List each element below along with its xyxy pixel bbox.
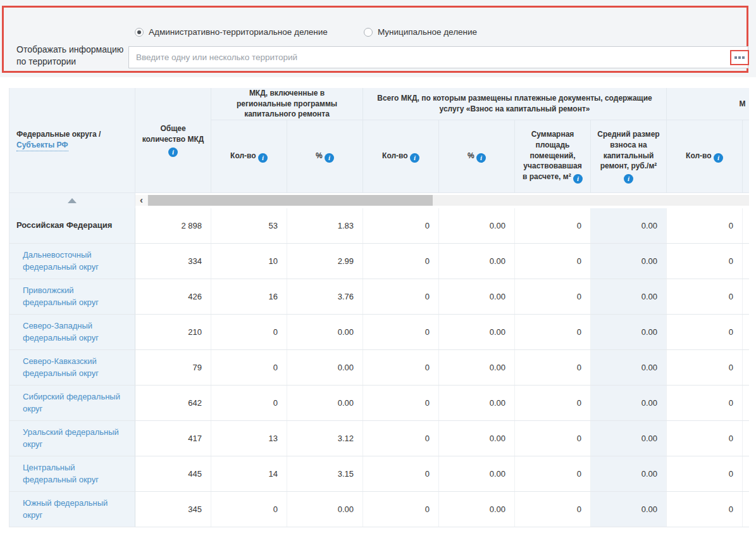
cell-total-area: 0	[515, 421, 591, 456]
cell-partial	[743, 386, 749, 420]
info-icon[interactable]: i	[410, 153, 419, 163]
radio-administrative-division[interactable]: Административно-территориальное деление	[135, 27, 328, 37]
column-header-total-area: Суммарная площадь помещений, участвовавш…	[515, 120, 591, 193]
territory-link[interactable]: Приволжский федеральный округ	[23, 285, 128, 309]
table-body: Российская Федерация 2 898 53 1.83 0 0.0…	[9, 208, 749, 527]
territory-table: Федеральные округа / Субъекты РФ Общее к…	[9, 88, 749, 527]
territory-cell: Российская Федерация	[9, 208, 135, 243]
territory-link[interactable]: Сибирский федеральный округ	[23, 391, 128, 415]
cell-total-area: 0	[515, 279, 591, 314]
territory-link[interactable]: Центральный федеральный округ	[23, 462, 128, 486]
territory-link[interactable]: Северо-Кавказский федеральный округ	[23, 356, 128, 380]
territory-picker-button[interactable]	[730, 50, 749, 65]
cell-total-area: 0	[515, 208, 591, 243]
column-header-territory: Федеральные округа / Субъекты РФ	[9, 88, 135, 193]
radio-administrative-label: Административно-территориальное деление	[149, 27, 328, 37]
territory-link[interactable]: Уральский федеральный округ	[23, 427, 128, 451]
cell-qty-3: 0	[667, 315, 743, 349]
territory-cell: Южный федеральный округ	[9, 492, 135, 527]
cell-pct-regional: 0.00	[287, 315, 363, 349]
cell-total-mkd: 642	[135, 386, 211, 420]
cell-total-area: 0	[515, 244, 591, 279]
cell-avg-contribution: 0.00	[591, 208, 667, 243]
info-icon[interactable]: i	[714, 153, 723, 163]
radio-municipal-division[interactable]: Муниципальное деление	[364, 27, 477, 37]
cell-qty-regional: 13	[211, 421, 287, 456]
table-row: Центральный федеральный округ 445 14 3.1…	[9, 456, 749, 492]
cell-qty-payment: 0	[363, 386, 439, 420]
cell-pct-payment: 0.00	[439, 279, 515, 314]
cell-pct-regional: 0.00	[287, 350, 363, 385]
cell-total-mkd: 426	[135, 279, 211, 314]
cell-qty-payment: 0	[363, 492, 439, 527]
cell-partial	[743, 208, 749, 243]
cell-qty-3: 0	[667, 208, 743, 243]
cell-pct-payment: 0.00	[439, 315, 515, 349]
cell-partial	[743, 492, 749, 527]
column-header-qty-1: Кол-во i	[211, 120, 287, 193]
cell-qty-regional: 0	[211, 350, 287, 385]
horizontal-scrollbar[interactable]	[135, 193, 749, 208]
cell-pct-payment: 0.00	[439, 244, 515, 279]
radio-unselected-icon[interactable]	[364, 28, 373, 37]
cell-avg-contribution: 0.00	[591, 492, 667, 527]
cell-pct-regional: 2.99	[287, 244, 363, 279]
territory-header-text: Федеральные округа /	[16, 129, 101, 140]
cell-qty-3: 0	[667, 350, 743, 385]
territory-cell: Дальневосточный федеральный округ	[9, 244, 135, 279]
table-row: Северо-Кавказский федеральный округ 79 0…	[9, 350, 749, 386]
scroll-left-icon[interactable]	[135, 195, 147, 206]
cell-total-mkd: 210	[135, 315, 211, 349]
cell-pct-payment: 0.00	[439, 421, 515, 456]
info-icon[interactable]: i	[168, 147, 178, 157]
cell-qty-regional: 0	[211, 315, 287, 349]
cell-partial	[743, 421, 749, 456]
column-header-partial	[743, 120, 749, 193]
sort-row	[9, 193, 135, 208]
radio-municipal-label: Муниципальное деление	[378, 27, 477, 37]
territory-cell: Приволжский федеральный округ	[9, 279, 135, 314]
territory-search-input[interactable]	[128, 46, 748, 68]
scrollbar-track[interactable]	[135, 195, 749, 206]
territory-link[interactable]: Южный федеральный округ	[23, 498, 128, 522]
table-row: Уральский федеральный округ 417 13 3.12 …	[9, 421, 749, 456]
info-icon[interactable]: i	[258, 153, 268, 163]
table-header: Федеральные округа / Субъекты РФ Общее к…	[9, 88, 749, 208]
territory-link[interactable]: Дальневосточный федеральный округ	[23, 249, 128, 273]
info-icon[interactable]: i	[573, 174, 583, 184]
group-header-truncated: М	[667, 88, 749, 120]
cell-pct-payment: 0.00	[439, 208, 515, 243]
cell-pct-payment: 0.00	[439, 386, 515, 420]
cell-qty-payment: 0	[363, 456, 439, 491]
cell-total-mkd: 445	[135, 456, 211, 491]
cell-partial	[743, 350, 749, 385]
sort-asc-icon[interactable]	[68, 198, 77, 203]
pct-header-text: %	[316, 151, 323, 160]
avg-header-text: Средний размер взноса на капитальный рем…	[597, 130, 659, 170]
info-icon[interactable]: i	[325, 153, 334, 163]
table-row: Дальневосточный федеральный округ 334 10…	[9, 244, 749, 279]
column-header-pct-2: % i	[439, 120, 515, 193]
cell-avg-contribution: 0.00	[591, 421, 667, 456]
column-header-total-mkd: Общее количество МКД i	[135, 88, 211, 193]
subjects-rf-link[interactable]: Субъекты РФ	[16, 140, 68, 151]
cell-qty-3: 0	[667, 421, 743, 456]
territory-link[interactable]: Северо-Западный федеральный округ	[23, 320, 128, 344]
cell-pct-regional: 3.12	[287, 421, 363, 456]
scrollbar-thumb[interactable]	[148, 195, 433, 206]
info-icon[interactable]: i	[476, 153, 486, 163]
info-icon[interactable]: i	[624, 174, 633, 184]
cell-partial	[743, 244, 749, 279]
cell-total-area: 0	[515, 456, 591, 491]
cell-total-mkd: 417	[135, 421, 211, 456]
cell-qty-payment: 0	[363, 315, 439, 349]
area-header-text: Суммарная площадь помещений, участвовавш…	[523, 130, 582, 181]
ellipsis-icon	[742, 56, 745, 59]
cell-avg-contribution: 0.00	[591, 279, 667, 314]
ellipsis-icon	[738, 56, 741, 59]
cell-partial	[743, 279, 749, 314]
column-header-qty-3: Кол-во i	[667, 120, 743, 193]
cell-qty-regional: 53	[211, 208, 287, 243]
territory-cell: Уральский федеральный округ	[9, 421, 135, 456]
radio-selected-icon[interactable]	[135, 28, 144, 37]
